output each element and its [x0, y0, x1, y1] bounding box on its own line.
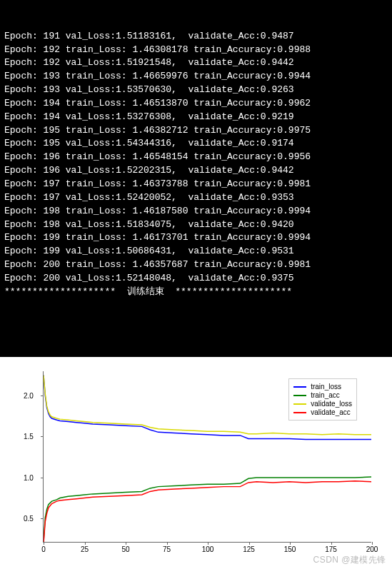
log-line: Epoch: 196 train_Loss: 1.46548154 train_… [4, 151, 388, 164]
training-chart: train_losstrain_accvalidate_lossvalidate… [0, 357, 392, 569]
log-line: Epoch: 195 train_Loss: 1.46382712 train_… [4, 124, 388, 138]
y-tick-label: 1.5 [24, 433, 34, 440]
x-tick-label: 125 [243, 545, 255, 553]
x-tick-label: 100 [202, 545, 214, 553]
log-line: Epoch: 194 val_Loss:1.53276308, validate… [4, 111, 388, 124]
y-tick-label: 1.0 [24, 473, 34, 481]
chart-legend: train_losstrain_accvalidate_lossvalidate… [288, 378, 357, 421]
x-tick-label: 25 [81, 545, 89, 553]
log-line: Epoch: 198 val_Loss:1.51834075, validate… [4, 218, 388, 232]
y-tick-label: 0.5 [24, 514, 34, 522]
log-line: ******************** 训练结束 **************… [4, 286, 388, 299]
watermark-text: CSDN @建模先锋 [313, 554, 386, 566]
log-line: Epoch: 194 train_Loss: 1.46513870 train_… [4, 97, 388, 111]
log-line: Epoch: 196 val_Loss:1.52202315, validate… [4, 164, 388, 178]
log-line: Epoch: 191 val_Loss:1.51183161, validate… [4, 30, 388, 44]
x-tick-label: 75 [163, 545, 171, 553]
legend-swatch [293, 386, 306, 388]
legend-item-validate_acc: validate_acc [293, 408, 352, 416]
x-tick-label: 150 [284, 545, 296, 553]
legend-swatch [293, 403, 306, 405]
series-validate_acc [44, 481, 371, 542]
log-line: Epoch: 192 val_Loss:1.51921548, validate… [4, 56, 388, 70]
legend-label: validate_loss [311, 400, 352, 408]
x-tick-label: 175 [325, 545, 337, 553]
log-line: Epoch: 193 train_Loss: 1.46659976 train_… [4, 70, 388, 84]
legend-label: validate_acc [311, 408, 351, 416]
log-line: Epoch: 197 train_Loss: 1.46373788 train_… [4, 178, 388, 191]
x-tick-label: 50 [121, 545, 129, 553]
legend-item-train_acc: train_acc [293, 391, 352, 399]
legend-swatch [293, 395, 306, 396]
legend-item-validate_loss: validate_loss [293, 400, 352, 408]
log-line: Epoch: 200 val_Loss:1.52148048, validate… [4, 272, 388, 286]
legend-item-train_loss: train_loss [293, 383, 352, 391]
log-line: Epoch: 195 val_Loss:1.54344316, validate… [4, 137, 388, 151]
log-line: Epoch: 192 train_Loss: 1.46308178 train_… [4, 44, 388, 57]
log-line: Epoch: 199 train_Loss: 1.46173701 train_… [4, 231, 388, 245]
legend-label: train_loss [311, 383, 341, 391]
legend-label: train_acc [311, 391, 340, 399]
log-line: Epoch: 199 val_Loss:1.50686431, validate… [4, 245, 388, 258]
log-line: Epoch: 197 val_Loss:1.52420052, validate… [4, 191, 388, 205]
blank-line [4, 326, 388, 339]
log-line: Epoch: 200 train_Loss: 1.46357687 train_… [4, 258, 388, 272]
x-tick-label: 200 [366, 545, 378, 553]
x-tick-label: 0 [41, 545, 46, 553]
log-line: Epoch: 198 train_Loss: 1.46187580 train_… [4, 205, 388, 218]
log-line: Epoch: 193 val_Loss:1.53570630, validate… [4, 84, 388, 97]
plot-axes: train_losstrain_accvalidate_lossvalidate… [43, 371, 371, 543]
y-tick-label: 2.0 [24, 392, 34, 400]
terminal-output: Epoch: 191 val_Loss:1.51183161, validate… [0, 0, 392, 357]
legend-swatch [293, 412, 306, 413]
series-train_acc [44, 477, 371, 542]
